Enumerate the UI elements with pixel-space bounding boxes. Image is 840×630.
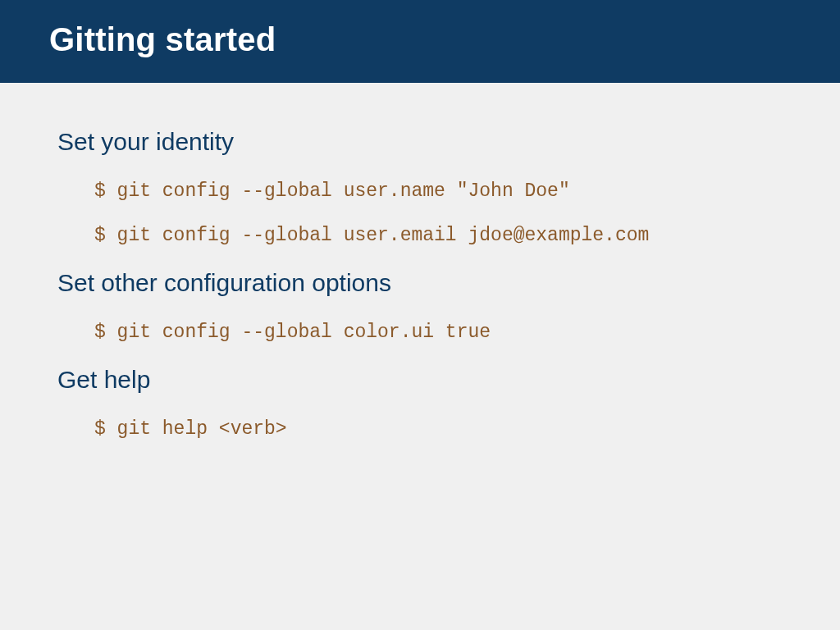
slide-header: Gitting started bbox=[0, 0, 840, 83]
slide-content: Set your identity $ git config --global … bbox=[0, 83, 840, 495]
slide-title: Gitting started bbox=[49, 21, 791, 58]
section-identity: Set your identity $ git config --global … bbox=[57, 128, 783, 246]
section-heading: Set other configuration options bbox=[57, 269, 783, 297]
section-heading: Set your identity bbox=[57, 128, 783, 156]
section-config: Set other configuration options $ git co… bbox=[57, 269, 783, 343]
code-line: $ git help <verb> bbox=[94, 418, 783, 440]
section-help: Get help $ git help <verb> bbox=[57, 366, 783, 440]
code-line: $ git config --global user.name "John Do… bbox=[94, 180, 783, 202]
section-heading: Get help bbox=[57, 366, 783, 394]
code-line: $ git config --global user.email jdoe@ex… bbox=[94, 225, 783, 246]
code-line: $ git config --global color.ui true bbox=[94, 322, 783, 343]
